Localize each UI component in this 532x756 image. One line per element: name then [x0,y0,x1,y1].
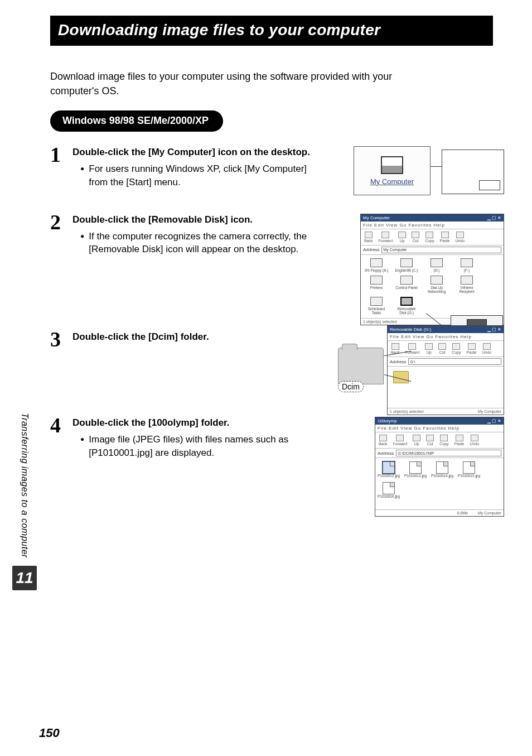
explorer-window: 100olymp▁ ▢ ✕ File Edit View Go Favorite… [375,417,504,517]
jpeg-file-icon [409,461,422,474]
drive-label: (D:) [434,268,440,272]
toolbar-label: Forward [379,239,393,243]
copy-icon [440,435,448,441]
toolbar-label: Copy [452,350,461,354]
address-field: My Computer [381,247,501,253]
toolbar: Back Forward Up Cut Copy Paste Undo [375,432,504,449]
toolbar-label: Forward [393,442,408,446]
section-label: Transferring images to a computer [20,413,30,558]
toolbar-label: Copy [425,239,434,243]
address-label: Address [363,247,379,252]
jpeg-file-icon [383,482,395,494]
window-title: 100olymp [378,418,397,423]
step-bullet-text: If the computer recognizes the camera co… [89,230,318,257]
toolbar-label: Undo [456,239,465,243]
chapter-number: 11 [12,566,37,590]
window-controls-icon: ▁ ▢ ✕ [487,327,501,332]
file-label: P1010013.jpg [404,474,427,478]
undo-icon [456,232,464,238]
drive-label: Scheduled Tasks [364,307,389,315]
status-right: My Computer [478,410,501,413]
drive-label: 3½ Floppy (A:) [365,268,389,272]
paste-icon [468,343,476,350]
cut-icon [438,343,446,350]
back-icon [391,343,399,350]
toolbar-label: Up [400,239,405,243]
step-bullet-text: For users running Windows XP, click [My … [89,162,318,189]
bullet-icon: ● [80,230,84,257]
toolbar-label: Undo [470,442,480,446]
page-number: 150 [39,726,60,740]
step-number: 3 [50,329,72,350]
toolbar-label: Copy [439,442,448,446]
step-number: 1 [50,144,72,165]
file-label: P1010015.jpg [458,474,480,478]
step-title: Double-click the [100olymp] folder. [72,417,318,430]
copy-icon [452,343,460,350]
address-field: G:\DCIM\100OLYMP [396,450,501,456]
window-controls-icon: ▁ ▢ ✕ [487,215,501,220]
folder-callout-icon [338,348,384,384]
step-number: 2 [50,211,72,233]
up-icon [398,232,406,238]
status-bar: 0.0Mb My Computer [375,509,504,516]
drive-label: English98 (C:) [395,268,418,272]
menu-bar: File Edit View Go Favorites Help [388,333,504,341]
printers-icon [370,276,383,285]
status-bar: 1 object(s) selected My Computer [388,408,504,415]
drive-label: (F:) [464,268,470,272]
status-left: 0.0Mb [457,511,468,515]
step-4: 4 Double-click the [100olymp] folder. ● … [50,417,493,462]
jpeg-file-icon [463,461,475,474]
step-3: 3 Double-click the [Dcim] folder. Remova… [50,331,493,350]
copy-icon [425,232,433,238]
drive-label: Infrared Recipient [454,286,479,293]
step-4-figure: 100olymp▁ ▢ ✕ File Edit View Go Favorite… [375,417,504,517]
my-computer-icon [381,156,403,174]
explorer-window: Removable Disk (G:)▁ ▢ ✕ File Edit View … [387,325,504,415]
os-pill: Windows 98/98 SE/Me/2000/XP [50,110,223,132]
step-3-figure: Removable Disk (G:)▁ ▢ ✕ File Edit View … [348,325,504,420]
step-1: 1 Double-click the [My Computer] icon on… [50,146,493,191]
window-title: My Computer [363,215,390,220]
drive-icon [461,258,473,267]
toolbar-label: Back [379,442,388,446]
page-title: Downloading image files to your computer [50,16,493,46]
paste-icon [456,435,463,441]
drive-icon [431,258,443,267]
drive-icon [370,258,383,267]
bullet-icon: ● [80,162,84,189]
my-computer-label: My Computer [370,177,414,186]
address-field: G:\ [408,358,501,365]
up-icon [425,343,433,350]
window-title: Removable Disk (G:) [390,327,431,332]
toolbar-label: Up [414,442,419,446]
drive-label: Printers [370,286,383,290]
forward-icon [396,435,404,441]
toolbar: Back Forward Up Cut Copy Paste Undo [361,229,504,245]
cut-icon [426,435,434,441]
address-label: Address [378,451,394,456]
toolbar-label: Paste [440,239,450,243]
drive-label: Removable Disk (G:) [394,307,419,315]
step-title: Double-click the [My Computer] icon on t… [72,146,318,159]
dialup-icon [431,276,443,285]
paste-icon [441,232,449,238]
bullet-icon: ● [80,433,84,460]
drive-label: Dial-Up Networking [424,286,449,293]
undo-icon [471,435,478,441]
toolbar: Back Forward Up Cut Copy Paste Undo [388,341,504,357]
step-1-figure: My Computer [354,146,504,202]
toolbar-label: Cut [413,239,419,243]
back-icon [365,232,373,238]
toolbar-label: Cut [439,350,446,354]
explorer-window: My Computer▁ ▢ ✕ File Edit View Go Favor… [360,214,504,325]
status-left: 1 object(s) selected [390,410,424,413]
window-controls-icon: ▁ ▢ ✕ [487,418,501,423]
file-label: P1010014.jpg [431,474,453,478]
toolbar-label: Undo [482,350,492,354]
toolbar-label: Cut [427,442,433,446]
infrared-icon [461,276,473,285]
file-label: P1010016.jpg [378,494,400,498]
toolbar-label: Up [427,350,432,354]
